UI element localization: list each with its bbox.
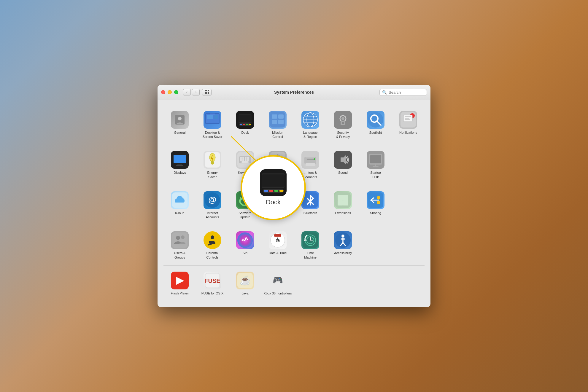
timemachine-icon	[301, 231, 319, 249]
forward-button[interactable]: ›	[192, 89, 200, 95]
svg-rect-54	[245, 157, 247, 159]
svg-rect-68	[307, 159, 314, 160]
accessibility-label: Accessibility	[334, 251, 352, 255]
svg-rect-16	[272, 114, 277, 119]
search-input[interactable]	[389, 90, 424, 95]
svg-rect-42	[177, 164, 182, 165]
pref-accessibility[interactable]: Accessibility	[327, 229, 359, 262]
svg-rect-17	[278, 114, 284, 119]
pref-dock[interactable]: Dock	[229, 109, 261, 141]
svg-rect-64	[276, 156, 279, 158]
svg-rect-9	[239, 115, 252, 122]
pref-general[interactable]: General	[163, 109, 196, 141]
pref-startup[interactable]: StartupDisk	[359, 149, 392, 181]
back-button[interactable]: ‹	[183, 89, 191, 95]
network-icon	[269, 191, 287, 209]
pref-keyboard[interactable]: Keyboard	[229, 149, 261, 181]
svg-point-28	[341, 117, 344, 120]
mission-icon	[269, 111, 287, 129]
pref-parental[interactable]: ParentalControls	[196, 229, 229, 262]
pref-language[interactable]: Language& Region	[294, 109, 327, 141]
window-title: System Preferences	[274, 90, 314, 95]
pref-users[interactable]: Users &Groups	[163, 229, 196, 262]
pref-bluetooth[interactable]: Bluetooth	[294, 189, 327, 222]
keyboard-icon	[236, 151, 254, 169]
maximize-button[interactable]	[174, 90, 178, 94]
svg-rect-57	[242, 159, 244, 161]
datetime-label: Date & Time	[269, 251, 287, 255]
pref-network[interactable]: Network	[261, 189, 294, 222]
pref-icloud[interactable]: iCloud	[163, 189, 196, 222]
datetime-icon: 18	[269, 231, 287, 249]
pref-internet[interactable]: @ InternetAccounts	[196, 189, 229, 222]
startup-icon	[367, 151, 384, 169]
svg-rect-38	[405, 118, 409, 119]
pref-xbox[interactable]: 🎮 Xbox 36...ontrollers	[261, 269, 294, 298]
system-preferences-window: ‹ › System Preferences 🔍	[158, 85, 430, 307]
svg-rect-84	[335, 192, 351, 208]
preferences-grid: General Desktop &Screen Saver	[158, 100, 430, 307]
desktop-icon	[204, 111, 221, 129]
pref-java[interactable]: ☕ Java	[229, 269, 261, 298]
desktop-label: Desktop &Screen Saver	[203, 130, 223, 139]
extensions-label: Extensions	[335, 211, 351, 215]
svg-rect-55	[247, 157, 249, 159]
pref-fuse[interactable]: FUSE FUSE for OS X	[196, 269, 229, 298]
network-label: Network	[272, 211, 284, 215]
notifications-icon	[399, 111, 417, 129]
svg-rect-85	[338, 195, 343, 200]
extensions-icon	[334, 191, 352, 209]
general-label: General	[174, 130, 185, 135]
pref-sound[interactable]: Sound	[327, 149, 359, 181]
svg-rect-13	[246, 124, 248, 125]
parental-label: ParentalControls	[206, 251, 219, 259]
pref-timemachine[interactable]: TimeMachine	[294, 229, 327, 262]
timemachine-label: TimeMachine	[304, 251, 317, 259]
svg-rect-53	[242, 157, 244, 159]
software-icon	[236, 191, 254, 209]
language-icon	[301, 111, 319, 129]
svg-rect-4	[210, 114, 215, 114]
pref-energy[interactable]: EnergySaver	[196, 149, 229, 181]
svg-rect-88	[343, 200, 348, 205]
fuse-label: FUSE for OS X	[201, 291, 224, 295]
pref-sharing[interactable]: Sharing	[359, 189, 392, 222]
minimize-button[interactable]	[168, 90, 172, 94]
pref-software[interactable]: SoftwareUpdate	[229, 189, 261, 222]
pref-mouse[interactable]: Mou...	[261, 149, 294, 181]
pref-spotlight[interactable]: Spotlight	[359, 109, 392, 141]
pref-security[interactable]: Security& Privacy	[327, 109, 359, 141]
pref-flash[interactable]: ▶ Flash Player	[163, 269, 196, 298]
accessibility-icon	[334, 231, 352, 249]
search-bar[interactable]: 🔍	[379, 89, 427, 96]
grid-view-button[interactable]	[202, 89, 212, 95]
users-icon	[171, 231, 189, 249]
pref-desktop[interactable]: Desktop &Screen Saver	[196, 109, 229, 141]
keyboard-label: Keyboard	[238, 170, 252, 175]
svg-rect-58	[245, 159, 247, 161]
users-label: Users &Groups	[174, 251, 185, 259]
printers-label: ...nters &Scanners	[303, 170, 317, 179]
close-button[interactable]	[161, 90, 165, 94]
flash-icon: ▶	[171, 272, 189, 289]
pref-extensions[interactable]: Extensions	[327, 189, 359, 222]
svg-rect-52	[240, 157, 242, 159]
pref-displays[interactable]: Displays	[163, 149, 196, 181]
svg-point-82	[276, 202, 279, 204]
security-icon	[334, 111, 352, 129]
pref-siri[interactable]: Siri	[229, 229, 261, 262]
fuse-icon: FUSE	[204, 272, 221, 289]
dock-pref-label: Dock	[241, 130, 249, 135]
pref-printers[interactable]: ...nters &Scanners	[294, 149, 327, 181]
svg-rect-87	[343, 195, 348, 200]
svg-point-96	[209, 241, 211, 243]
xbox-label: Xbox 36...ontrollers	[264, 291, 292, 295]
pref-datetime[interactable]: 18 Date & Time	[261, 229, 294, 262]
svg-rect-30	[342, 122, 344, 124]
pref-notifications[interactable]: Notifications	[392, 109, 425, 141]
pref-mission[interactable]: MissionControl	[261, 109, 294, 141]
svg-point-69	[314, 158, 315, 160]
sound-icon	[334, 151, 352, 169]
svg-rect-14	[249, 124, 251, 125]
notifications-label: Notifications	[399, 130, 417, 135]
